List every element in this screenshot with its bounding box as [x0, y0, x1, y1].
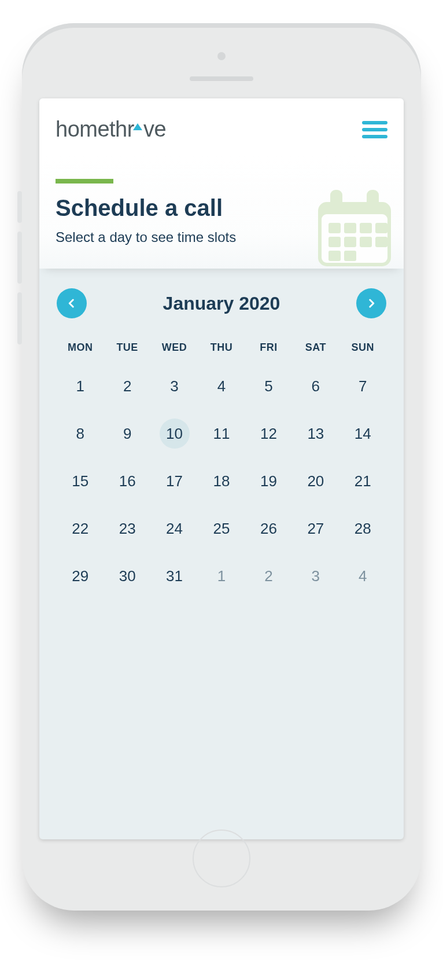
- next-month-button[interactable]: [356, 288, 386, 318]
- calendar-day-selected[interactable]: 10: [160, 419, 190, 449]
- brand-caret-icon: [133, 123, 142, 130]
- calendar-day[interactable]: 9: [104, 419, 150, 449]
- day-header: FRI: [245, 342, 292, 354]
- month-label: January 2020: [163, 293, 280, 314]
- calendar-day[interactable]: 31: [151, 561, 198, 591]
- calendar-day[interactable]: 3: [151, 371, 198, 401]
- chevron-left-icon: [67, 298, 77, 309]
- calendar-day[interactable]: 24: [151, 513, 198, 544]
- svg-rect-9: [344, 237, 356, 247]
- svg-rect-6: [360, 223, 372, 233]
- app-screen: homethrve Schedule a call Select a day t…: [39, 98, 404, 839]
- calendar-day: 4: [339, 561, 386, 591]
- calendar-day[interactable]: 1: [57, 371, 104, 401]
- calendar: January 2020 MONTUEWEDTHUFRISATSUN123456…: [39, 269, 404, 839]
- calendar-day[interactable]: 15: [57, 466, 104, 496]
- svg-rect-10: [360, 237, 372, 247]
- phone-frame: homethrve Schedule a call Select a day t…: [22, 23, 421, 911]
- app-header: homethrve: [39, 98, 404, 156]
- calendar-icon: [311, 185, 398, 271]
- calendar-day[interactable]: 26: [245, 513, 292, 544]
- phone-side-button: [17, 232, 22, 284]
- svg-rect-11: [375, 237, 387, 247]
- day-header: WED: [151, 342, 198, 354]
- day-header: THU: [198, 342, 245, 354]
- calendar-nav: January 2020: [57, 288, 386, 318]
- day-header: MON: [57, 342, 104, 354]
- phone-side-button: [17, 191, 22, 223]
- calendar-day[interactable]: 30: [104, 561, 150, 591]
- calendar-day[interactable]: 29: [57, 561, 104, 591]
- brand-name-left: homethr: [56, 117, 134, 142]
- calendar-day[interactable]: 19: [245, 466, 292, 496]
- calendar-day[interactable]: 17: [151, 466, 198, 496]
- calendar-day[interactable]: 11: [198, 419, 245, 449]
- calendar-day[interactable]: 4: [198, 371, 245, 401]
- phone-home-button: [193, 829, 250, 887]
- calendar-day[interactable]: 16: [104, 466, 150, 496]
- svg-rect-12: [328, 251, 341, 261]
- day-header: SUN: [339, 342, 386, 354]
- calendar-day: 2: [245, 561, 292, 591]
- menu-button[interactable]: [362, 121, 387, 138]
- phone-side-button: [17, 292, 22, 344]
- calendar-day[interactable]: 13: [292, 419, 339, 449]
- calendar-day[interactable]: 25: [198, 513, 245, 544]
- calendar-day[interactable]: 2: [104, 371, 150, 401]
- calendar-day[interactable]: 7: [339, 371, 386, 401]
- chevron-right-icon: [366, 298, 376, 309]
- accent-bar: [56, 179, 113, 183]
- day-header: SAT: [292, 342, 339, 354]
- svg-rect-4: [328, 223, 341, 233]
- calendar-day[interactable]: 5: [245, 371, 292, 401]
- svg-rect-8: [328, 237, 341, 247]
- calendar-grid: MONTUEWEDTHUFRISATSUN1234567891011121314…: [57, 342, 386, 591]
- calendar-day: 1: [198, 561, 245, 591]
- calendar-day[interactable]: 14: [339, 419, 386, 449]
- svg-rect-5: [344, 223, 356, 233]
- brand-name-right: ve: [143, 117, 166, 142]
- calendar-day[interactable]: 27: [292, 513, 339, 544]
- calendar-day[interactable]: 8: [57, 419, 104, 449]
- calendar-day[interactable]: 18: [198, 466, 245, 496]
- day-header: TUE: [104, 342, 150, 354]
- svg-rect-7: [375, 223, 387, 233]
- calendar-day[interactable]: 20: [292, 466, 339, 496]
- calendar-day[interactable]: 6: [292, 371, 339, 401]
- calendar-day[interactable]: 28: [339, 513, 386, 544]
- calendar-day[interactable]: 21: [339, 466, 386, 496]
- hero-section: Schedule a call Select a day to see time…: [39, 156, 404, 269]
- calendar-day: 3: [292, 561, 339, 591]
- calendar-day[interactable]: 23: [104, 513, 150, 544]
- prev-month-button[interactable]: [57, 288, 87, 318]
- calendar-day[interactable]: 12: [245, 419, 292, 449]
- brand-logo: homethrve: [56, 117, 166, 142]
- calendar-day[interactable]: 22: [57, 513, 104, 544]
- svg-rect-13: [344, 251, 356, 261]
